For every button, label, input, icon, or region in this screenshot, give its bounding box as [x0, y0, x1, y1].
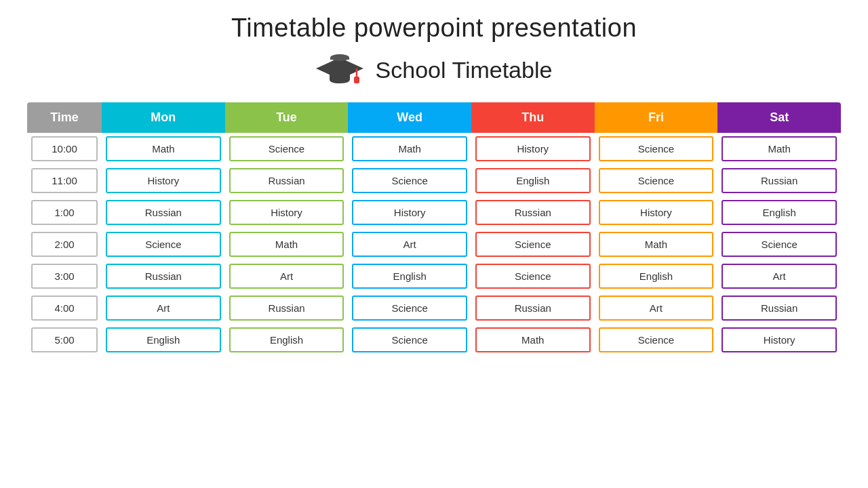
- header-thu: Thu: [471, 102, 595, 133]
- cell-fri-row3: Math: [595, 228, 718, 260]
- cell-content-tue-row3: Math: [229, 232, 344, 257]
- cell-fri-row1: Science: [595, 165, 718, 197]
- cell-content-thu-row0: History: [475, 136, 591, 161]
- table-row: 5:00EnglishEnglishScienceMathScienceHist…: [27, 324, 841, 356]
- cell-mon-row4: Russian: [102, 260, 225, 292]
- cell-content-thu-row2: Russian: [475, 200, 591, 225]
- table-row: 2:00ScienceMathArtScienceMathScience: [27, 228, 841, 260]
- cell-content-fri-row4: English: [599, 264, 714, 289]
- table-row: 4:00ArtRussianScienceRussianArtRussian: [27, 292, 841, 324]
- cell-content-fri-row1: Science: [599, 168, 714, 193]
- cell-content-wed-row2: History: [352, 200, 467, 225]
- cell-content-sat-row0: Math: [722, 136, 837, 161]
- page-title: Timetable powerpoint presentation: [231, 14, 637, 43]
- table-header-row: Time Mon Tue Wed Thu Fri Sat: [27, 102, 841, 133]
- svg-rect-2: [330, 58, 349, 60]
- cell-content-wed-row5: Science: [352, 296, 467, 321]
- cell-content-mon-row4: Russian: [106, 264, 221, 289]
- header-time: Time: [27, 102, 102, 133]
- header-tue: Tue: [225, 102, 349, 133]
- cell-thu-row0: History: [471, 133, 595, 165]
- cell-wed-row1: Science: [348, 165, 471, 197]
- cell-content-thu-row6: Math: [475, 327, 591, 352]
- cell-wed-row5: Science: [348, 292, 471, 324]
- cell-content-time-row5: 4:00: [31, 296, 98, 321]
- cell-content-tue-row0: Science: [229, 136, 344, 161]
- cell-tue-row0: Science: [225, 133, 349, 165]
- cell-sat-row5: Russian: [717, 292, 841, 324]
- cell-mon-row0: Math: [102, 133, 225, 165]
- cell-mon-row1: History: [102, 165, 225, 197]
- cell-fri-row2: History: [595, 197, 718, 228]
- table-row: 11:00HistoryRussianScienceEnglishScience…: [27, 165, 841, 197]
- cell-content-wed-row4: English: [352, 264, 467, 289]
- cell-wed-row2: History: [348, 197, 471, 228]
- table-row: 10:00MathScienceMathHistoryScienceMath: [27, 133, 841, 165]
- cell-sat-row1: Russian: [717, 165, 841, 197]
- cell-tue-row3: Math: [225, 228, 349, 260]
- cell-content-time-row3: 2:00: [31, 232, 98, 257]
- cell-content-time-row4: 3:00: [31, 264, 98, 289]
- cell-content-fri-row0: Science: [599, 136, 714, 161]
- header-fri: Fri: [595, 102, 718, 133]
- cell-tue-row4: Art: [225, 260, 349, 292]
- cell-content-fri-row3: Math: [599, 232, 714, 257]
- cell-thu-row2: Russian: [471, 197, 595, 228]
- cell-fri-row4: English: [595, 260, 718, 292]
- header-sat: Sat: [717, 102, 841, 133]
- cell-wed-row6: Science: [348, 324, 471, 356]
- table-row: 3:00RussianArtEnglishScienceEnglishArt: [27, 260, 841, 292]
- cell-mon-row3: Science: [102, 228, 225, 260]
- cell-thu-row6: Math: [471, 324, 595, 356]
- cell-tue-row5: Russian: [225, 292, 349, 324]
- cell-content-thu-row5: Russian: [475, 296, 591, 321]
- header-mon: Mon: [102, 102, 225, 133]
- cell-content-mon-row5: Art: [106, 296, 221, 321]
- cell-thu-row1: English: [471, 165, 595, 197]
- header-wed: Wed: [348, 102, 471, 133]
- graduation-cap-icon: [316, 52, 363, 87]
- cell-wed-row0: Math: [348, 133, 471, 165]
- cell-content-sat-row6: History: [722, 327, 837, 352]
- cell-content-wed-row6: Science: [352, 327, 467, 352]
- cell-tue-row1: Russian: [225, 165, 349, 197]
- cell-fri-row0: Science: [595, 133, 718, 165]
- cell-content-mon-row0: Math: [106, 136, 221, 161]
- cell-wed-row3: Art: [348, 228, 471, 260]
- cell-content-sat-row3: Science: [722, 232, 837, 257]
- cell-content-sat-row5: Russian: [722, 296, 837, 321]
- cell-content-fri-row6: Science: [599, 327, 714, 352]
- cell-content-time-row2: 1:00: [31, 200, 98, 225]
- cell-content-tue-row5: Russian: [229, 296, 344, 321]
- cell-content-tue-row2: History: [229, 200, 344, 225]
- cell-mon-row6: English: [102, 324, 225, 356]
- cell-content-mon-row2: Russian: [106, 200, 221, 225]
- cell-content-time-row1: 11:00: [31, 168, 98, 193]
- cell-time-row6: 5:00: [27, 324, 102, 356]
- cell-content-wed-row1: Science: [352, 168, 467, 193]
- cell-time-row0: 10:00: [27, 133, 102, 165]
- cell-content-thu-row4: Science: [475, 264, 591, 289]
- table-row: 1:00RussianHistoryHistoryRussianHistoryE…: [27, 197, 841, 228]
- cell-content-mon-row3: Science: [106, 232, 221, 257]
- cell-content-time-row0: 10:00: [31, 136, 98, 161]
- cell-sat-row3: Science: [717, 228, 841, 260]
- cell-content-thu-row1: English: [475, 168, 591, 193]
- cell-content-fri-row2: History: [599, 200, 714, 225]
- cell-content-wed-row3: Art: [352, 232, 467, 257]
- cell-content-thu-row3: Science: [475, 232, 591, 257]
- cell-content-tue-row4: Art: [229, 264, 344, 289]
- cell-mon-row5: Art: [102, 292, 225, 324]
- cell-time-row1: 11:00: [27, 165, 102, 197]
- cell-content-sat-row4: Art: [722, 264, 837, 289]
- cell-sat-row2: English: [717, 197, 841, 228]
- cell-fri-row6: Science: [595, 324, 718, 356]
- svg-rect-4: [354, 77, 359, 83]
- cell-fri-row5: Art: [595, 292, 718, 324]
- cell-content-wed-row0: Math: [352, 136, 467, 161]
- cell-content-fri-row5: Art: [599, 296, 714, 321]
- cell-content-mon-row1: History: [106, 168, 221, 193]
- cell-mon-row2: Russian: [102, 197, 225, 228]
- cell-content-sat-row1: Russian: [722, 168, 837, 193]
- timetable: Time Mon Tue Wed Thu Fri Sat 10:00MathSc…: [27, 102, 841, 356]
